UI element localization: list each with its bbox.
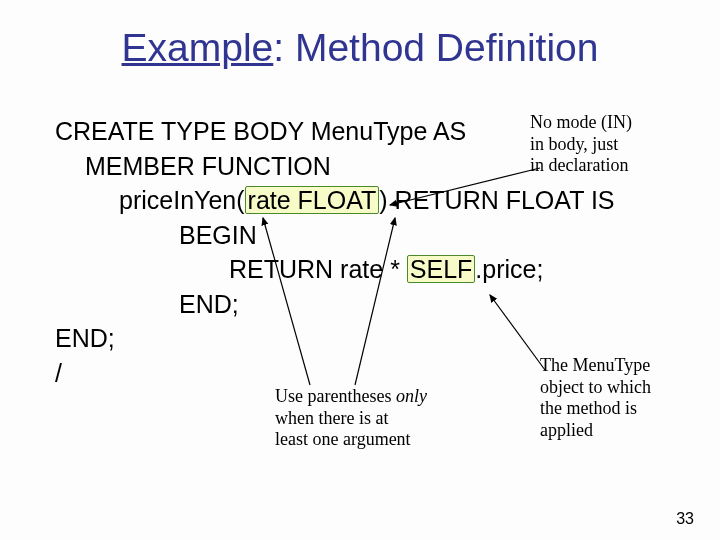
code-line-6: END; — [55, 287, 675, 322]
title-rest: : Method Definition — [273, 26, 598, 69]
page-number: 33 — [676, 510, 694, 528]
code-l3a: priceInYen( — [119, 186, 245, 214]
note-top-l3: in declaration — [530, 155, 632, 177]
note-top-l2: in body, just — [530, 134, 632, 156]
note-top-l1: No mode (IN) — [530, 112, 632, 134]
code-l5a: RETURN rate * — [229, 255, 407, 283]
slide: Example: Method Definition CREATE TYPE B… — [0, 0, 720, 540]
note-mid-l1: Use parentheses only — [275, 386, 427, 408]
code-line-7: END; — [55, 321, 675, 356]
note-right-l2: object to which — [540, 377, 651, 399]
note-right-l4: applied — [540, 420, 651, 442]
code-line-4: BEGIN — [55, 218, 675, 253]
code-l3b: ) RETURN FLOAT IS — [379, 186, 614, 214]
title-underlined: Example — [122, 26, 274, 69]
note-right: The MenuType object to which the method … — [540, 355, 651, 441]
code-l5b: .price; — [475, 255, 543, 283]
note-mid: Use parentheses only when there is at le… — [275, 386, 427, 451]
note-right-l3: the method is — [540, 398, 651, 420]
code-line-5: RETURN rate * SELF.price; — [55, 252, 675, 287]
note-mid-l2: when there is at — [275, 408, 427, 430]
note-right-l1: The MenuType — [540, 355, 651, 377]
note-mid-l3: least one argument — [275, 429, 427, 451]
self-box: SELF — [407, 255, 476, 283]
code-line-3: priceInYen(rate FLOAT) RETURN FLOAT IS — [55, 183, 675, 218]
param-box: rate FLOAT — [245, 186, 380, 214]
note-top: No mode (IN) in body, just in declaratio… — [530, 112, 632, 177]
slide-title: Example: Method Definition — [0, 26, 720, 70]
